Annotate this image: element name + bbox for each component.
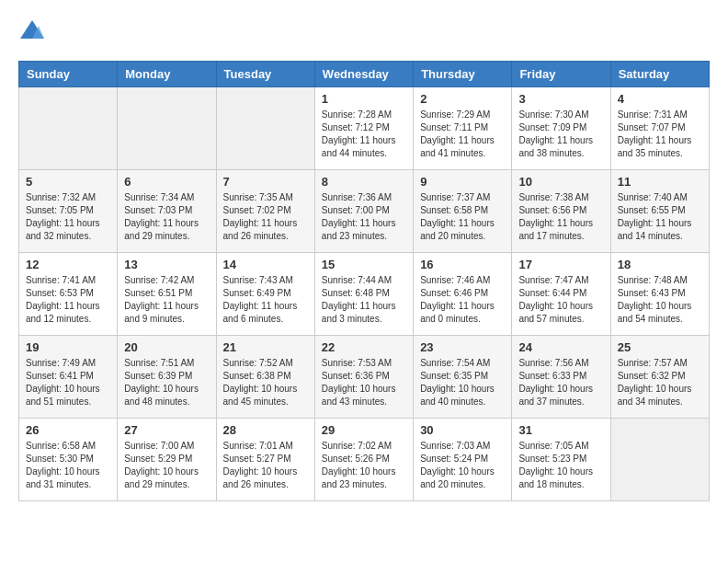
day-cell: 8Sunrise: 7:36 AM Sunset: 7:00 PM Daylig… — [314, 170, 413, 253]
day-info: Sunrise: 7:53 AM Sunset: 6:36 PM Dayligh… — [322, 357, 406, 408]
day-info: Sunrise: 7:47 AM Sunset: 6:44 PM Dayligh… — [518, 274, 603, 326]
day-info: Sunrise: 7:29 AM Sunset: 7:11 PM Dayligh… — [420, 109, 505, 160]
day-info: Sunrise: 7:02 AM Sunset: 5:26 PM Dayligh… — [322, 440, 406, 491]
day-number: 20 — [124, 340, 209, 354]
header-thursday: Thursday — [414, 62, 512, 87]
day-info: Sunrise: 7:36 AM Sunset: 7:00 PM Dayligh… — [322, 191, 406, 243]
day-cell — [610, 419, 709, 501]
day-number: 31 — [518, 423, 603, 437]
day-cell: 11Sunrise: 7:40 AM Sunset: 6:55 PM Dayli… — [610, 170, 709, 253]
week-row-5: 26Sunrise: 6:58 AM Sunset: 5:30 PM Dayli… — [19, 419, 710, 501]
day-cell: 5Sunrise: 7:32 AM Sunset: 7:05 PM Daylig… — [19, 170, 118, 253]
day-info: Sunrise: 7:44 AM Sunset: 6:48 PM Dayligh… — [322, 274, 406, 326]
day-number: 10 — [518, 175, 603, 189]
day-cell — [118, 87, 216, 170]
day-info: Sunrise: 7:43 AM Sunset: 6:49 PM Dayligh… — [223, 274, 308, 326]
day-info: Sunrise: 7:41 AM Sunset: 6:53 PM Dayligh… — [26, 274, 110, 326]
day-number: 2 — [420, 92, 505, 106]
day-info: Sunrise: 7:49 AM Sunset: 6:41 PM Dayligh… — [26, 357, 110, 408]
calendar-table: SundayMondayTuesdayWednesdayThursdayFrid… — [18, 61, 710, 501]
week-row-2: 5Sunrise: 7:32 AM Sunset: 7:05 PM Daylig… — [19, 170, 710, 253]
header-saturday: Saturday — [610, 62, 709, 87]
day-cell: 25Sunrise: 7:57 AM Sunset: 6:32 PM Dayli… — [610, 336, 709, 419]
day-info: Sunrise: 7:46 AM Sunset: 6:46 PM Dayligh… — [420, 274, 505, 326]
day-info: Sunrise: 7:28 AM Sunset: 7:12 PM Dayligh… — [322, 109, 406, 160]
day-info: Sunrise: 7:37 AM Sunset: 6:58 PM Dayligh… — [420, 191, 505, 243]
day-cell: 2Sunrise: 7:29 AM Sunset: 7:11 PM Daylig… — [414, 87, 512, 170]
page-header — [18, 18, 710, 46]
day-info: Sunrise: 7:34 AM Sunset: 7:03 PM Dayligh… — [124, 191, 209, 243]
day-cell: 21Sunrise: 7:52 AM Sunset: 6:38 PM Dayli… — [216, 336, 314, 419]
day-cell: 30Sunrise: 7:03 AM Sunset: 5:24 PM Dayli… — [414, 419, 512, 501]
logo — [18, 18, 50, 46]
day-number: 16 — [420, 258, 505, 271]
day-cell: 31Sunrise: 7:05 AM Sunset: 5:23 PM Dayli… — [512, 419, 610, 501]
day-number: 17 — [518, 258, 603, 271]
day-number: 3 — [518, 92, 603, 106]
day-cell: 18Sunrise: 7:48 AM Sunset: 6:43 PM Dayli… — [610, 253, 709, 336]
day-number: 12 — [26, 258, 110, 271]
day-cell: 15Sunrise: 7:44 AM Sunset: 6:48 PM Dayli… — [314, 253, 413, 336]
day-cell: 23Sunrise: 7:54 AM Sunset: 6:35 PM Dayli… — [414, 336, 512, 419]
day-number: 13 — [124, 258, 209, 271]
day-number: 11 — [618, 175, 702, 189]
day-number: 1 — [322, 92, 406, 106]
day-number: 14 — [223, 258, 308, 271]
day-number: 18 — [618, 258, 702, 271]
day-cell: 10Sunrise: 7:38 AM Sunset: 6:56 PM Dayli… — [512, 170, 610, 253]
header-wednesday: Wednesday — [314, 62, 413, 87]
day-number: 22 — [322, 340, 406, 354]
day-info: Sunrise: 7:40 AM Sunset: 6:55 PM Dayligh… — [618, 191, 702, 243]
week-row-4: 19Sunrise: 7:49 AM Sunset: 6:41 PM Dayli… — [19, 336, 710, 419]
day-cell: 28Sunrise: 7:01 AM Sunset: 5:27 PM Dayli… — [216, 419, 314, 501]
day-cell: 20Sunrise: 7:51 AM Sunset: 6:39 PM Dayli… — [118, 336, 216, 419]
day-number: 19 — [26, 340, 110, 354]
day-info: Sunrise: 7:48 AM Sunset: 6:43 PM Dayligh… — [618, 274, 702, 326]
day-info: Sunrise: 7:56 AM Sunset: 6:33 PM Dayligh… — [518, 357, 603, 408]
header-tuesday: Tuesday — [216, 62, 314, 87]
day-number: 8 — [322, 175, 406, 189]
day-cell: 22Sunrise: 7:53 AM Sunset: 6:36 PM Dayli… — [314, 336, 413, 419]
day-number: 9 — [420, 175, 505, 189]
day-number: 5 — [26, 175, 110, 189]
day-info: Sunrise: 7:05 AM Sunset: 5:23 PM Dayligh… — [518, 440, 603, 491]
day-info: Sunrise: 7:54 AM Sunset: 6:35 PM Dayligh… — [420, 357, 505, 408]
day-number: 15 — [322, 258, 406, 271]
week-row-3: 12Sunrise: 7:41 AM Sunset: 6:53 PM Dayli… — [19, 253, 710, 336]
day-cell: 19Sunrise: 7:49 AM Sunset: 6:41 PM Dayli… — [19, 336, 118, 419]
day-cell: 16Sunrise: 7:46 AM Sunset: 6:46 PM Dayli… — [414, 253, 512, 336]
calendar-header-row: SundayMondayTuesdayWednesdayThursdayFrid… — [19, 62, 710, 87]
day-number: 26 — [26, 423, 110, 437]
day-cell: 7Sunrise: 7:35 AM Sunset: 7:02 PM Daylig… — [216, 170, 314, 253]
day-info: Sunrise: 7:30 AM Sunset: 7:09 PM Dayligh… — [518, 109, 603, 160]
day-number: 7 — [223, 175, 308, 189]
day-number: 25 — [618, 340, 702, 354]
day-info: Sunrise: 6:58 AM Sunset: 5:30 PM Dayligh… — [26, 440, 110, 491]
day-info: Sunrise: 7:57 AM Sunset: 6:32 PM Dayligh… — [618, 357, 702, 408]
day-cell: 24Sunrise: 7:56 AM Sunset: 6:33 PM Dayli… — [512, 336, 610, 419]
day-cell: 26Sunrise: 6:58 AM Sunset: 5:30 PM Dayli… — [19, 419, 118, 501]
day-info: Sunrise: 7:35 AM Sunset: 7:02 PM Dayligh… — [223, 191, 308, 243]
day-number: 27 — [124, 423, 209, 437]
day-cell: 3Sunrise: 7:30 AM Sunset: 7:09 PM Daylig… — [512, 87, 610, 170]
day-cell — [216, 87, 314, 170]
header-sunday: Sunday — [19, 62, 118, 87]
day-number: 6 — [124, 175, 209, 189]
day-info: Sunrise: 7:31 AM Sunset: 7:07 PM Dayligh… — [618, 109, 702, 160]
day-cell: 29Sunrise: 7:02 AM Sunset: 5:26 PM Dayli… — [314, 419, 413, 501]
day-info: Sunrise: 7:52 AM Sunset: 6:38 PM Dayligh… — [223, 357, 308, 408]
day-info: Sunrise: 7:03 AM Sunset: 5:24 PM Dayligh… — [420, 440, 505, 491]
day-cell: 27Sunrise: 7:00 AM Sunset: 5:29 PM Dayli… — [118, 419, 216, 501]
day-number: 23 — [420, 340, 505, 354]
day-cell: 13Sunrise: 7:42 AM Sunset: 6:51 PM Dayli… — [118, 253, 216, 336]
day-number: 4 — [618, 92, 702, 106]
day-cell: 17Sunrise: 7:47 AM Sunset: 6:44 PM Dayli… — [512, 253, 610, 336]
day-cell: 6Sunrise: 7:34 AM Sunset: 7:03 PM Daylig… — [118, 170, 216, 253]
day-number: 29 — [322, 423, 406, 437]
day-number: 30 — [420, 423, 505, 437]
header-monday: Monday — [118, 62, 216, 87]
day-cell: 12Sunrise: 7:41 AM Sunset: 6:53 PM Dayli… — [19, 253, 118, 336]
day-info: Sunrise: 7:51 AM Sunset: 6:39 PM Dayligh… — [124, 357, 209, 408]
header-friday: Friday — [512, 62, 610, 87]
day-cell — [19, 87, 118, 170]
